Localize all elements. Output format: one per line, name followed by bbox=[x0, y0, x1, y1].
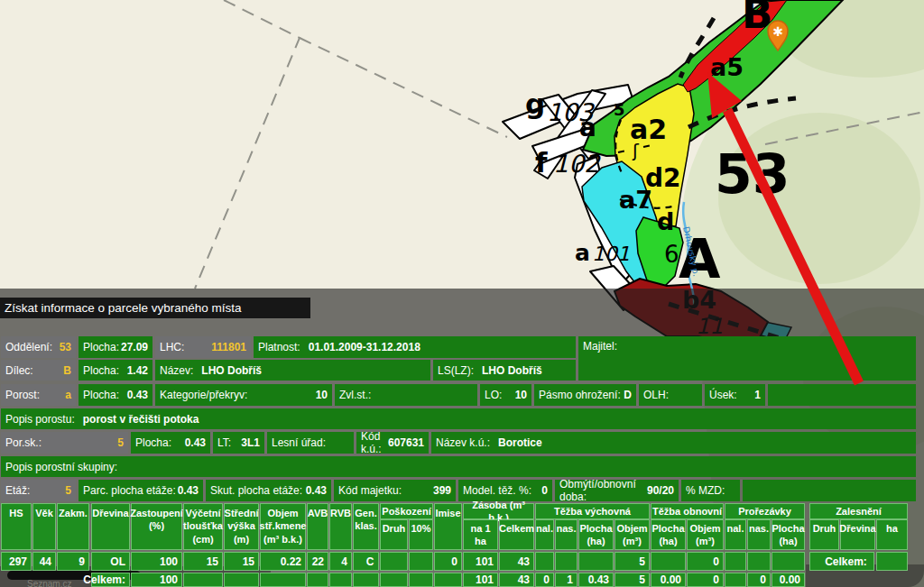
map-label-6-13: 6 bbox=[664, 241, 679, 268]
tg-tezba-obn: Těžba obnovní bbox=[651, 503, 724, 519]
r2-tv-objem: 5 bbox=[614, 573, 650, 587]
th-stredni: Střední výška (m) bbox=[224, 503, 259, 550]
r1-drevina: OL bbox=[91, 552, 130, 571]
ts-pr-nas: nas. bbox=[747, 519, 771, 550]
map-tooltip: Získat informace o parcele vybraného mís… bbox=[0, 298, 310, 318]
tg-zalesneni: Zalesnění bbox=[809, 503, 908, 519]
r1-posk-10 bbox=[409, 552, 433, 571]
map-label-101-15: 101 bbox=[592, 243, 630, 265]
r2-gen bbox=[353, 573, 379, 587]
r1-rvb: 4 bbox=[329, 552, 352, 571]
map-label--20: ✱ bbox=[772, 24, 783, 39]
r2-drevina: Celkem: bbox=[91, 573, 130, 587]
r1-za-celkem: Celkem: bbox=[809, 552, 874, 571]
ts-to-plocha: Plocha (ha) bbox=[651, 519, 686, 550]
r1-pr-plocha bbox=[772, 552, 805, 571]
r2-tv-plocha: 0.43 bbox=[578, 573, 614, 587]
map-label-f-4: f bbox=[535, 146, 548, 179]
plocha-dilec: Plocha:1.42 bbox=[79, 360, 152, 381]
kod-majetku: Kód majetku:399 bbox=[334, 480, 456, 501]
r1-to-objem: 0 bbox=[687, 552, 724, 571]
r1-vycetni: 15 bbox=[183, 552, 223, 571]
map-label-g-2: g bbox=[525, 87, 545, 120]
r1-vek: 44 bbox=[32, 552, 56, 571]
r1-stredni: 15 bbox=[224, 552, 259, 571]
nazev-ku: Název k.ú.:Borotice bbox=[431, 432, 916, 454]
row3-empty bbox=[768, 384, 916, 406]
map-label-a7-11: a7 bbox=[619, 186, 652, 214]
r1-zakm: 9 bbox=[57, 552, 89, 571]
lt: LT:3L1 bbox=[213, 432, 264, 454]
r1-celkem: 43 bbox=[499, 552, 534, 571]
th-hs: HS bbox=[1, 503, 32, 550]
popis-porostni-skupiny: Popis porostní skupiny: bbox=[1, 456, 916, 477]
plocha-porsk: Plocha:0.43 bbox=[131, 432, 210, 454]
tg-prorezavky: Prořezávky bbox=[725, 503, 805, 519]
r2-objem-km bbox=[260, 573, 306, 587]
ts-tv-nal: nal. bbox=[535, 519, 554, 550]
ts-na1ha: na 1 ha bbox=[463, 519, 498, 550]
map-label-B-0: B bbox=[742, 0, 772, 38]
th-gen-klas: Gen. klas. bbox=[353, 503, 379, 550]
r2-zast: 100 bbox=[131, 573, 182, 587]
r1-gen: C bbox=[353, 552, 379, 571]
ts-posk-10: 10% bbox=[409, 519, 433, 550]
map-label-a-7: a bbox=[579, 113, 596, 142]
r1-posk-druh bbox=[380, 552, 408, 571]
tg-poskozeni: Poškození bbox=[380, 503, 433, 519]
map-label-a5-1: a5 bbox=[710, 53, 744, 81]
lslz: LS(LZ):LHO Dobříš bbox=[433, 360, 576, 381]
map-label-5-6: 5 bbox=[614, 100, 625, 119]
ts-za-druh: Druh bbox=[809, 519, 839, 550]
row7-empty bbox=[743, 480, 916, 501]
porsk: Por.sk.:5 bbox=[1, 432, 128, 454]
ts-tv-plocha: Plocha (ha) bbox=[578, 519, 614, 550]
plocha-porost: Plocha:0.43 bbox=[79, 384, 152, 406]
ts-celkem: Celkem bbox=[499, 519, 534, 550]
nazev: Název:LHO Dobříš bbox=[155, 360, 430, 381]
r1-tv-plocha bbox=[578, 552, 614, 571]
r2-imise bbox=[434, 573, 462, 587]
plocha-oddeleni: Plocha:27.09 bbox=[79, 336, 152, 358]
r2-posk-druh bbox=[380, 573, 408, 587]
r1-to-plocha bbox=[651, 552, 686, 571]
r2-to-plocha: 0.00 bbox=[651, 573, 686, 587]
kategorie-prekryv: Kategorie/překryv:10 bbox=[155, 384, 332, 406]
obmyti-obnovni: Obmýtí/obnovní doba:90/20 bbox=[555, 480, 679, 501]
th-imise: Imise bbox=[434, 503, 462, 550]
usek: Úsek:1 bbox=[705, 384, 765, 406]
lesni-urad: Lesní úřad: bbox=[267, 432, 354, 454]
r2-na1ha: 101 bbox=[463, 573, 498, 587]
ts-tv-objem: Objem (m³) bbox=[614, 519, 650, 550]
mzd: % MZD: bbox=[681, 480, 740, 501]
r1-tv-objem: 5 bbox=[614, 552, 650, 571]
r1-avb: 22 bbox=[307, 552, 328, 571]
zvlst: Zvl.st.: bbox=[335, 384, 477, 406]
r1-tv-nas bbox=[555, 552, 578, 571]
th-rvb: RVB bbox=[329, 503, 352, 550]
map-label-d-12: d bbox=[657, 207, 674, 235]
tg-tezba-vych: Těžba výchovná bbox=[535, 503, 650, 519]
r2-avb bbox=[307, 573, 328, 587]
th-objem-km: Objem stř.kmene (m³ b.k.) bbox=[260, 503, 306, 550]
platnost: Platnost:01.01.2009-31.12.2018 bbox=[254, 336, 576, 358]
r2-to-objem: 0 bbox=[687, 573, 724, 587]
popis-porostu: Popis porostu:porost v řečišti potoka bbox=[1, 408, 916, 429]
th-zakm: Zakm. bbox=[57, 503, 89, 550]
pasmo-ohrozeni: Pásmo ohrožení:D bbox=[534, 384, 636, 406]
r1-na1ha: 101 bbox=[463, 552, 498, 571]
th-vycetni: Výčetní tloušťka (cm) bbox=[183, 503, 223, 550]
r2-vycetni bbox=[183, 573, 223, 587]
r2-pr-nas: 0 bbox=[747, 573, 771, 587]
lhc: LHC:111801 bbox=[155, 336, 251, 358]
majitel: Majitel: bbox=[578, 336, 916, 381]
r2-stredni bbox=[224, 573, 259, 587]
ts-za-drevina: Dřevina bbox=[840, 519, 875, 550]
map-label-102-5: 102 bbox=[553, 150, 601, 178]
th-avb: AVB bbox=[307, 503, 328, 550]
dilec: Dílec:B bbox=[1, 360, 76, 381]
r1-za-ha bbox=[876, 552, 908, 571]
map-label--9: ʃ bbox=[632, 140, 640, 161]
r1-hs: 297 bbox=[1, 552, 32, 571]
oddeleni: Oddělení:53 bbox=[1, 336, 76, 358]
